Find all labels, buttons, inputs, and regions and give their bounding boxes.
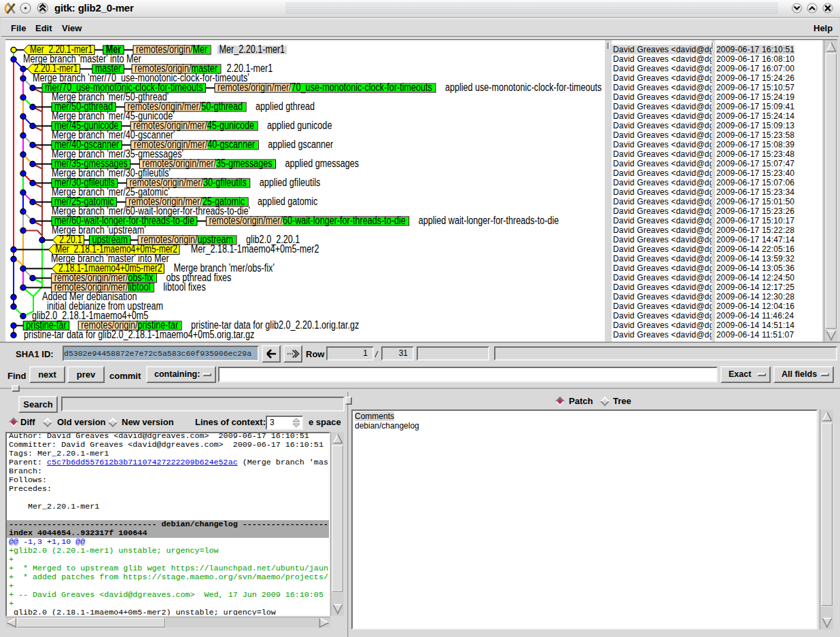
svg-text:Merge branch 'mer/45-gunicode': Merge branch 'mer/45-gunicode' (52, 110, 175, 122)
svg-text:libtool fixes: libtool fixes (163, 281, 205, 293)
svg-text:Merge branch 'master' into Mer: Merge branch 'master' into Mer (23, 53, 141, 65)
svg-text:60-wait-longer-for-threads-to-: 60-wait-longer-for-threads-to-die (283, 215, 406, 226)
svg-text:Merge branch 'mer/50-gthread': Merge branch 'mer/50-gthread' (52, 91, 169, 103)
svg-text:applied gthread: applied gthread (256, 101, 315, 112)
svg-text:applied gatomic: applied gatomic (258, 196, 317, 207)
svg-text:remotes/origin/: remotes/origin/ (136, 43, 193, 55)
svg-text:applied gfileutils: applied gfileutils (260, 177, 321, 188)
svg-text:Mer_2.18.1-1maemo4+0m5-mer2: Mer_2.18.1-1maemo4+0m5-mer2 (191, 243, 319, 255)
svg-text:Mer_2.20.1-mer1: Mer_2.20.1-mer1 (220, 43, 285, 56)
svg-text:applied gunicode: applied gunicode (267, 120, 332, 131)
svg-text:45-gunicode: 45-gunicode (207, 120, 254, 131)
svg-text:Merge branch 'mer/60-wait-long: Merge branch 'mer/60-wait-longer-for-thr… (52, 205, 250, 217)
svg-text:Merge branch 'mer/70_use-monot: Merge branch 'mer/70_use-monotonic-clock… (33, 72, 249, 84)
svg-text:35-gmessages: 35-gmessages (216, 158, 273, 169)
svg-text:pristine-tar data for glib2.0_: pristine-tar data for glib2.0_2.18.1-1ma… (24, 329, 254, 341)
svg-text:glib2.0_2.18.1-1maemo4+0m5: glib2.0_2.18.1-1maemo4+0m5 (32, 310, 148, 322)
svg-text:40-gscanner: 40-gscanner (207, 139, 256, 150)
svg-text:applied wait-longer-for-thread: applied wait-longer-for-threads-to-die (419, 215, 559, 226)
svg-text:Merge branch 'upstream': Merge branch 'upstream' (52, 224, 146, 236)
svg-text:Merge branch 'mer/30-gfileutil: Merge branch 'mer/30-gfileutils' (52, 167, 171, 179)
svg-text:Merge branch 'mer/25-gatomic': Merge branch 'mer/25-gatomic' (52, 186, 170, 198)
svg-text:Merge branch 'master' into Mer: Merge branch 'master' into Mer (51, 253, 169, 264)
svg-text:applied gscanner: applied gscanner (268, 139, 334, 150)
svg-text:Mer: Mer (192, 43, 207, 55)
svg-text:Merge branch 'mer/35-gmessages: Merge branch 'mer/35-gmessages' (52, 148, 183, 160)
svg-text:50-gthread: 50-gthread (201, 101, 243, 112)
svg-text:70_use-monotonic-clock-for-tim: 70_use-monotonic-clock-for-timeouts (292, 81, 432, 94)
svg-text:30-gfileutils: 30-gfileutils (203, 177, 247, 188)
svg-text:applied use-monotonic-clock-fo: applied use-monotonic-clock-for-timeouts (445, 81, 601, 93)
svg-text:Merge branch 'mer/40-gscanner': Merge branch 'mer/40-gscanner' (52, 129, 175, 141)
svg-text:applied gmessages: applied gmessages (285, 158, 360, 169)
